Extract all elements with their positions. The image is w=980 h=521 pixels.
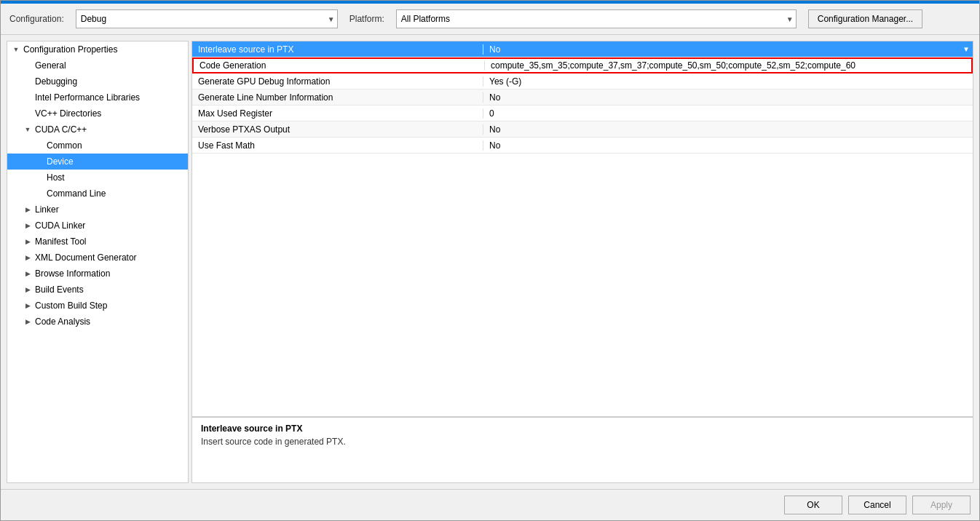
prop-row-interleave-source[interactable]: Interleave source in PTXNo▼: [192, 41, 973, 57]
platform-select[interactable]: All Platforms: [396, 9, 797, 28]
prop-value-max-used-register: 0: [483, 108, 973, 119]
sidebar-item-linker[interactable]: ▶Linker: [7, 202, 188, 218]
sidebar-item-cuda-cpp[interactable]: ▼CUDA C/C++: [7, 122, 188, 138]
sidebar-item-label: Build Events: [33, 285, 84, 295]
expand-icon: ▼: [22, 124, 33, 135]
leaf-icon: [33, 172, 45, 183]
description-title: Interleave source in PTX: [201, 423, 964, 434]
sidebar-item-label: General: [33, 60, 66, 71]
sidebar-item-manifest-tool[interactable]: ▶Manifest Tool: [7, 234, 188, 250]
sidebar-item-xml-doc-gen[interactable]: ▶XML Document Generator: [7, 250, 188, 266]
sidebar-item-host[interactable]: Host: [7, 170, 188, 186]
sidebar-item-label: Debugging: [33, 76, 77, 87]
sidebar-item-custom-build-step[interactable]: ▶Custom Build Step: [7, 298, 188, 314]
right-panel: Interleave source in PTXNo▼Code Generati…: [191, 41, 973, 483]
sidebar-item-vcpp-dirs[interactable]: VC++ Directories: [7, 106, 188, 122]
sidebar-item-label: CUDA Linker: [33, 220, 85, 231]
dialog: Configuration: Debug ▼ Platform: All Pla…: [0, 0, 980, 521]
prop-name-generate-line-number: Generate Line Number Information: [192, 92, 483, 103]
sidebar-item-label: XML Document Generator: [33, 252, 137, 263]
sidebar-item-label: VC++ Directories: [33, 108, 101, 119]
prop-dropdown-arrow[interactable]: ▼: [963, 45, 973, 53]
prop-name-use-fast-math: Use Fast Math: [192, 140, 483, 151]
leaf-icon: [33, 188, 45, 199]
cancel-button[interactable]: Cancel: [848, 496, 906, 514]
prop-row-generate-gpu-debug[interactable]: Generate GPU Debug InformationYes (-G): [192, 73, 973, 90]
sidebar-item-label: Common: [45, 140, 82, 151]
prop-row-max-used-register[interactable]: Max Used Register0: [192, 106, 973, 122]
sidebar-item-build-events[interactable]: ▶Build Events: [7, 282, 188, 298]
ok-button[interactable]: OK: [784, 496, 842, 514]
expand-icon: ▶: [22, 220, 33, 231]
leaf-icon: [22, 60, 33, 71]
prop-name-verbose-ptxas: Verbose PTXAS Output: [192, 124, 483, 135]
sidebar-item-label: Configuration Properties: [22, 44, 117, 55]
sidebar-item-label: Browse Information: [33, 269, 110, 279]
prop-name-generate-gpu-debug: Generate GPU Debug Information: [192, 76, 483, 87]
sidebar-item-label: Linker: [33, 204, 59, 215]
expand-icon: ▶: [22, 316, 33, 327]
leaf-icon: [33, 156, 45, 167]
main-content: ▼Configuration PropertiesGeneralDebuggin…: [1, 35, 979, 489]
leaf-icon: [22, 108, 33, 119]
sidebar-item-config-properties[interactable]: ▼Configuration Properties: [7, 41, 188, 57]
platform-select-wrapper: All Platforms ▼: [396, 9, 797, 28]
configuration-label: Configuration:: [9, 14, 64, 24]
sidebar-item-label: Device: [45, 156, 74, 167]
sidebar-item-label: CUDA C/C++: [33, 124, 87, 135]
sidebar-item-label: Custom Build Step: [33, 301, 107, 311]
bottom-bar: OK Cancel Apply: [1, 489, 979, 520]
properties-table: Interleave source in PTXNo▼Code Generati…: [192, 41, 973, 417]
description-area: Interleave source in PTX Insert source c…: [192, 417, 973, 482]
leaf-icon: [22, 76, 33, 87]
toolbar: Configuration: Debug ▼ Platform: All Pla…: [1, 4, 979, 35]
prop-value-generate-line-number: No: [483, 92, 973, 103]
sidebar-item-intel-perf-libs[interactable]: Intel Performance Libraries: [7, 90, 188, 106]
sidebar-item-label: Intel Performance Libraries: [33, 92, 140, 103]
expand-icon: ▶: [22, 268, 33, 279]
expand-icon: ▶: [22, 284, 33, 295]
sidebar-item-label: Host: [45, 172, 65, 183]
expand-icon: ▶: [22, 300, 33, 311]
sidebar-item-label: Manifest Tool: [33, 236, 86, 247]
prop-name-code-generation: Code Generation: [194, 60, 485, 71]
prop-value-generate-gpu-debug: Yes (-G): [483, 76, 973, 87]
expand-icon: ▶: [22, 236, 33, 247]
sidebar-item-device[interactable]: Device: [7, 154, 188, 170]
leaf-icon: [22, 92, 33, 103]
expand-icon: ▶: [22, 252, 33, 263]
sidebar-item-debugging[interactable]: Debugging: [7, 73, 188, 90]
sidebar-item-general[interactable]: General: [7, 57, 188, 73]
prop-row-verbose-ptxas[interactable]: Verbose PTXAS OutputNo: [192, 122, 973, 138]
sidebar-item-common[interactable]: Common: [7, 138, 188, 154]
sidebar-tree: ▼Configuration PropertiesGeneralDebuggin…: [7, 41, 189, 483]
prop-value-verbose-ptxas: No: [483, 124, 973, 135]
prop-value-interleave-source: No: [483, 44, 963, 55]
description-text: Insert source code in generated PTX.: [201, 437, 964, 447]
sidebar-item-label: Code Analysis: [33, 317, 90, 327]
sidebar-item-command-line[interactable]: Command Line: [7, 186, 188, 202]
prop-name-max-used-register: Max Used Register: [192, 108, 483, 119]
configuration-select-wrapper: Debug ▼: [76, 9, 338, 28]
expand-icon: ▼: [10, 44, 22, 55]
sidebar-item-cuda-linker[interactable]: ▶CUDA Linker: [7, 218, 188, 234]
prop-value-code-generation: compute_35,sm_35;compute_37,sm_37;comput…: [485, 60, 971, 71]
apply-button[interactable]: Apply: [912, 496, 971, 514]
prop-name-interleave-source: Interleave source in PTX: [192, 44, 483, 55]
config-manager-button[interactable]: Configuration Manager...: [808, 9, 922, 28]
expand-icon: ▶: [22, 204, 33, 215]
sidebar-item-code-analysis[interactable]: ▶Code Analysis: [7, 314, 188, 330]
configuration-select[interactable]: Debug: [76, 9, 338, 28]
prop-value-use-fast-math: No: [483, 140, 973, 151]
prop-row-code-generation[interactable]: Code Generationcompute_35,sm_35;compute_…: [192, 57, 973, 73]
platform-label: Platform:: [349, 14, 384, 24]
prop-row-generate-line-number[interactable]: Generate Line Number InformationNo: [192, 90, 973, 106]
sidebar-item-browse-info[interactable]: ▶Browse Information: [7, 266, 188, 282]
prop-row-use-fast-math[interactable]: Use Fast MathNo: [192, 138, 973, 154]
leaf-icon: [33, 140, 45, 151]
sidebar-item-label: Command Line: [45, 188, 106, 199]
